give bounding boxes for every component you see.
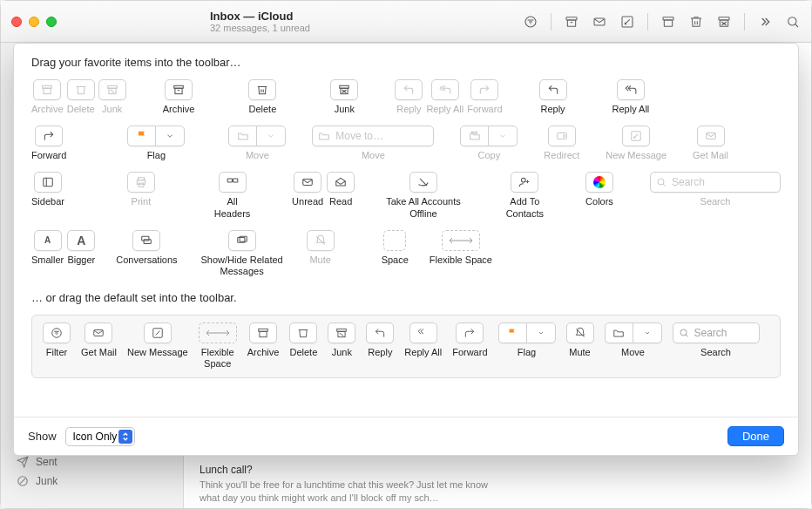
default-reply[interactable]: Reply bbox=[366, 322, 394, 358]
palette-allheaders[interactable]: All Headers bbox=[209, 172, 255, 219]
palette-sidebar[interactable]: Sidebar bbox=[31, 172, 64, 207]
default-getmail[interactable]: Get Mail bbox=[81, 322, 117, 358]
toolbar bbox=[523, 13, 801, 31]
svg-line-69 bbox=[686, 335, 688, 337]
show-mode-select[interactable]: Icon Only bbox=[65, 427, 136, 446]
svg-line-1 bbox=[20, 478, 25, 484]
sidebar-item-label: Junk bbox=[36, 475, 58, 487]
svg-point-17 bbox=[788, 17, 796, 24]
search-icon[interactable] bbox=[785, 14, 801, 30]
svg-line-23 bbox=[110, 90, 114, 93]
message-preview: Lunch call? Think you'll be free for a l… bbox=[200, 463, 497, 505]
palette-delete-small[interactable]: Delete bbox=[67, 79, 95, 115]
window-subtitle: 32 messages, 1 unread bbox=[210, 23, 523, 33]
done-button[interactable]: Done bbox=[727, 426, 784, 446]
getmail-icon[interactable] bbox=[592, 14, 607, 30]
palette-move-menu[interactable]: Move bbox=[228, 126, 286, 161]
archive-icon-2[interactable] bbox=[660, 14, 676, 30]
palette-search[interactable]: SearchSearch bbox=[650, 172, 781, 207]
palette-showhide[interactable]: Show/Hide Related Messages bbox=[199, 230, 286, 277]
palette-junk-small[interactable]: Junk bbox=[98, 79, 126, 115]
svg-rect-39 bbox=[139, 184, 144, 187]
compose-icon[interactable] bbox=[619, 14, 635, 30]
default-archive[interactable]: Archive bbox=[247, 322, 280, 358]
default-replyall[interactable]: Reply All bbox=[404, 322, 442, 358]
palette-copy[interactable]: Copy bbox=[460, 126, 518, 161]
palette-flexspace[interactable]: Flexible Space bbox=[430, 230, 492, 266]
mail-window: Sent Junk Lunch call? Think you'll be fr… bbox=[0, 0, 812, 509]
svg-line-48 bbox=[663, 184, 666, 187]
default-junk[interactable]: Junk bbox=[328, 322, 355, 358]
palette-mute[interactable]: Mute bbox=[307, 230, 335, 266]
palette-smaller[interactable]: ASmaller bbox=[31, 230, 64, 266]
minimize-window[interactable] bbox=[29, 17, 39, 27]
palette-redirect[interactable]: Redirect bbox=[544, 126, 579, 161]
palette-bigger[interactable]: ABigger bbox=[67, 230, 95, 266]
palette-newmessage[interactable]: New Message bbox=[606, 126, 667, 161]
sheet-footer: Show Icon Only Done bbox=[14, 417, 798, 455]
palette-delete[interactable]: Delete bbox=[248, 79, 276, 115]
sidebar-item-junk[interactable]: Junk bbox=[1, 472, 183, 491]
svg-rect-40 bbox=[227, 179, 232, 182]
archive-icon[interactable] bbox=[564, 14, 579, 30]
palette-unread[interactable]: Unread bbox=[292, 172, 323, 207]
palette-archive-small[interactable]: Archive bbox=[31, 79, 64, 115]
svg-rect-7 bbox=[567, 20, 575, 26]
svg-rect-35 bbox=[44, 179, 53, 187]
filter-icon[interactable] bbox=[523, 14, 538, 30]
more-icon[interactable] bbox=[757, 14, 773, 30]
svg-line-18 bbox=[795, 24, 798, 26]
svg-rect-41 bbox=[233, 179, 237, 182]
palette-replyall[interactable]: Reply All bbox=[612, 79, 650, 115]
sidebar-item-label: Sent bbox=[36, 456, 58, 468]
svg-rect-31 bbox=[471, 132, 477, 134]
svg-line-66 bbox=[340, 333, 344, 336]
junk-icon[interactable] bbox=[716, 14, 732, 30]
default-newmsg[interactable]: New Message bbox=[127, 322, 188, 358]
svg-rect-59 bbox=[94, 330, 104, 336]
default-flexspace[interactable]: Flexible Space bbox=[199, 322, 237, 370]
chevron-updown-icon bbox=[118, 430, 132, 444]
default-flag[interactable]: Flag bbox=[498, 322, 556, 358]
default-delete[interactable]: Delete bbox=[289, 322, 317, 358]
palette-addcontacts[interactable]: Add To Contacts bbox=[492, 172, 558, 219]
palette-junk[interactable]: Junk bbox=[330, 79, 358, 115]
svg-rect-25 bbox=[175, 88, 182, 93]
default-mute[interactable]: Mute bbox=[566, 322, 594, 358]
palette-getmail[interactable]: Get Mail bbox=[693, 126, 728, 161]
palette-flag[interactable]: Flag bbox=[127, 126, 185, 161]
sheet-instructions-top: Drag your favorite items into the toolba… bbox=[31, 56, 781, 69]
palette-print[interactable]: Print bbox=[127, 172, 155, 207]
toolbar-palette: Archive Delete Junk Archive Delete Junk … bbox=[31, 79, 781, 277]
palette-reply[interactable]: Reply bbox=[539, 79, 567, 115]
svg-point-44 bbox=[522, 179, 526, 183]
default-filter[interactable]: Filter bbox=[43, 322, 71, 358]
message-subject: Lunch call? bbox=[200, 463, 497, 477]
palette-colors[interactable]: Colors bbox=[585, 172, 613, 207]
svg-rect-63 bbox=[260, 331, 267, 336]
zoom-window[interactable] bbox=[46, 17, 57, 27]
palette-replyall-small[interactable]: Reply All bbox=[426, 79, 464, 115]
svg-point-47 bbox=[658, 179, 664, 185]
palette-archive[interactable]: Archive bbox=[163, 79, 195, 115]
svg-line-43 bbox=[420, 179, 427, 186]
svg-rect-12 bbox=[664, 20, 672, 26]
show-label: Show bbox=[28, 430, 57, 443]
sheet-instructions-bottom: … or drag the default set into the toolb… bbox=[31, 291, 781, 304]
palette-reply-small[interactable]: Reply bbox=[395, 79, 423, 115]
palette-forward[interactable]: Forward bbox=[31, 126, 66, 161]
default-toolbar-set[interactable]: Filter Get Mail New Message Flexible Spa… bbox=[31, 315, 781, 377]
show-mode-value: Icon Only bbox=[73, 431, 118, 443]
default-move[interactable]: Move bbox=[605, 322, 662, 358]
default-forward[interactable]: Forward bbox=[452, 322, 487, 358]
palette-conversations[interactable]: Conversations bbox=[116, 230, 177, 266]
palette-forward-small[interactable]: Forward bbox=[467, 79, 502, 115]
trash-icon[interactable] bbox=[688, 14, 704, 30]
palette-space[interactable]: Space bbox=[382, 230, 409, 266]
palette-read[interactable]: Read bbox=[327, 172, 355, 207]
default-search[interactable]: SearchSearch bbox=[673, 322, 760, 358]
titlebar: Inbox — iCloud 32 messages, 1 unread bbox=[1, 1, 811, 43]
palette-offline[interactable]: Take All Accounts Offline bbox=[382, 172, 464, 219]
close-window[interactable] bbox=[11, 17, 22, 27]
palette-moveto[interactable]: Move to…Move bbox=[312, 126, 434, 161]
